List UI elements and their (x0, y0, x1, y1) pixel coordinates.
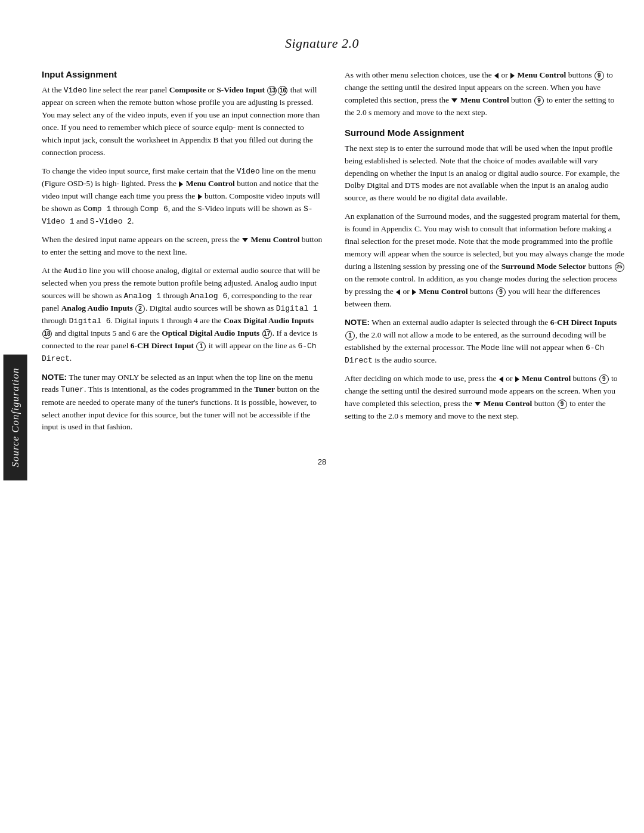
mono-analog1: Analog 1 (124, 292, 161, 301)
note-label-2: NOTE: (345, 318, 370, 327)
bold-menu-control-5: Menu Control (419, 287, 468, 296)
note-label-1: NOTE: (42, 373, 67, 382)
bold-menu-control-7: Menu Control (483, 399, 532, 408)
arrow-right-icon-1 (179, 181, 183, 187)
mono-digital6: Digital 6 (69, 317, 110, 326)
bold-menu-control-1: Menu Control (186, 179, 235, 188)
circle-1: 1 (196, 342, 206, 351)
bold-tuner: Tuner (254, 385, 275, 394)
arrow-right-icon-2 (198, 194, 202, 200)
bold-surround-mode-selector: Surround Mode Selector (501, 262, 586, 271)
input-assignment-heading: Input Assignment (42, 69, 323, 79)
arrow-down-icon-2 (451, 98, 457, 103)
mono-audio: Audio (64, 267, 87, 275)
mono-svideo2: S-Video 2 (90, 217, 132, 226)
mono-video-1: Video (64, 86, 87, 95)
bold-coax-digital: Coax Digital Audio Inputs (224, 316, 314, 325)
sidebar: Source Configuration (0, 36, 31, 799)
left-para-4: At the Audio line you will choose analog… (42, 265, 323, 366)
arrow-right-icon-4 (412, 289, 416, 295)
circle-25: 25 (615, 262, 624, 272)
bold-composite: Composite (169, 85, 206, 94)
mono-mode: Mode (481, 343, 500, 352)
right-para-4: After deciding on which mode to use, pre… (345, 373, 626, 423)
arrow-left-icon-2 (396, 289, 400, 295)
page-number: 28 (0, 457, 644, 466)
circle-13: 13 (267, 86, 277, 95)
arrow-left-icon-3 (499, 376, 503, 382)
bold-6ch-direct: 6-CH Direct Input (131, 341, 194, 350)
content-area: Input Assignment At the Video line selec… (42, 69, 626, 439)
arrow-down-icon-3 (475, 402, 481, 406)
bold-analog-audio-inputs: Analog Audio Inputs (61, 304, 133, 312)
bold-menu-control-4: Menu Control (460, 95, 509, 104)
arrow-left-icon-1 (494, 73, 499, 79)
bold-svideo-input: S-Video Input (216, 85, 265, 94)
mono-comp1: Comp 1 (83, 205, 111, 213)
two-col-layout: Input Assignment At the Video line selec… (42, 69, 626, 439)
surround-mode-heading: Surround Mode Assignment (345, 128, 626, 138)
circle-18: 18 (42, 329, 52, 339)
mono-video-2: Video (237, 167, 260, 176)
circle-16: 16 (278, 86, 287, 95)
arrow-down-icon-1 (242, 238, 248, 242)
page-wrapper: Source Configuration Signature 2.0 Input… (0, 0, 644, 833)
circle-2: 2 (135, 304, 145, 314)
circle-1-r: 1 (345, 331, 355, 340)
circle-9-1: 9 (595, 71, 604, 80)
bold-6ch-direct-inputs: 6-CH Direct Inputs (550, 318, 617, 327)
left-para-2: To change the video input source, first … (42, 165, 323, 228)
mono-tuner: Tuner (61, 385, 84, 394)
circle-9-5: 9 (558, 400, 567, 409)
arrow-right-icon-5 (515, 376, 519, 382)
left-para-5-note: NOTE: The tuner may ONLY be selected as … (42, 371, 323, 434)
circle-9-3: 9 (496, 287, 506, 297)
mono-6ch-direct-r: 6-Ch Direct (345, 343, 604, 365)
bold-optical-digital: Optical Digital Audio Inputs (162, 329, 259, 337)
right-para-2: An explanation of the Surround modes, an… (345, 210, 626, 310)
right-para-3-note: NOTE: When an external audio adapter is … (345, 317, 626, 367)
mono-analog6: Analog 6 (190, 292, 227, 301)
bold-menu-control-6: Menu Control (522, 374, 571, 383)
arrow-right-icon-3 (510, 73, 515, 79)
right-para-1: The next step is to enter the surround m… (345, 143, 626, 205)
bold-menu-control-2: Menu Control (251, 235, 300, 244)
left-column: Input Assignment At the Video line selec… (42, 69, 323, 439)
page-title: Signature 2.0 (0, 36, 644, 51)
right-column: As with other menu selection choices, us… (345, 69, 626, 439)
circle-9-2: 9 (534, 96, 544, 106)
right-intro: As with other menu selection choices, us… (345, 69, 626, 119)
left-para-1: At the Video line select the rear panel … (42, 84, 323, 159)
mono-comp6: Comp 6 (140, 205, 168, 213)
sidebar-label: Source Configuration (4, 354, 27, 480)
circle-17: 17 (262, 329, 272, 339)
bold-menu-control-3: Menu Control (517, 70, 566, 79)
circle-9-4: 9 (599, 374, 609, 384)
mono-digital1: Digital 1 (276, 304, 318, 313)
left-para-3: When the desired input name appears on t… (42, 234, 323, 259)
